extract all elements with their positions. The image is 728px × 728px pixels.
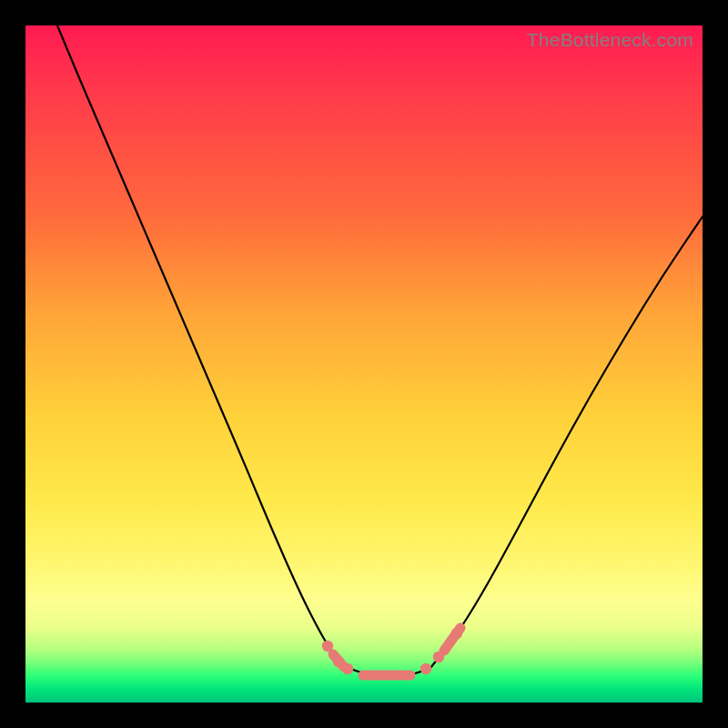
highlight-dot bbox=[451, 628, 462, 639]
highlight-dot bbox=[420, 663, 431, 674]
curve-left-branch bbox=[57, 25, 344, 666]
curve-right-branch bbox=[430, 217, 703, 668]
highlight-dot bbox=[342, 663, 353, 674]
highlight-dot bbox=[322, 641, 333, 652]
highlight-dot bbox=[333, 656, 344, 667]
bottleneck-curve bbox=[25, 25, 703, 703]
highlight-dot bbox=[433, 652, 444, 662]
plot-area: TheBottleneck.com bbox=[25, 25, 703, 703]
chart-frame: TheBottleneck.com bbox=[0, 0, 728, 728]
